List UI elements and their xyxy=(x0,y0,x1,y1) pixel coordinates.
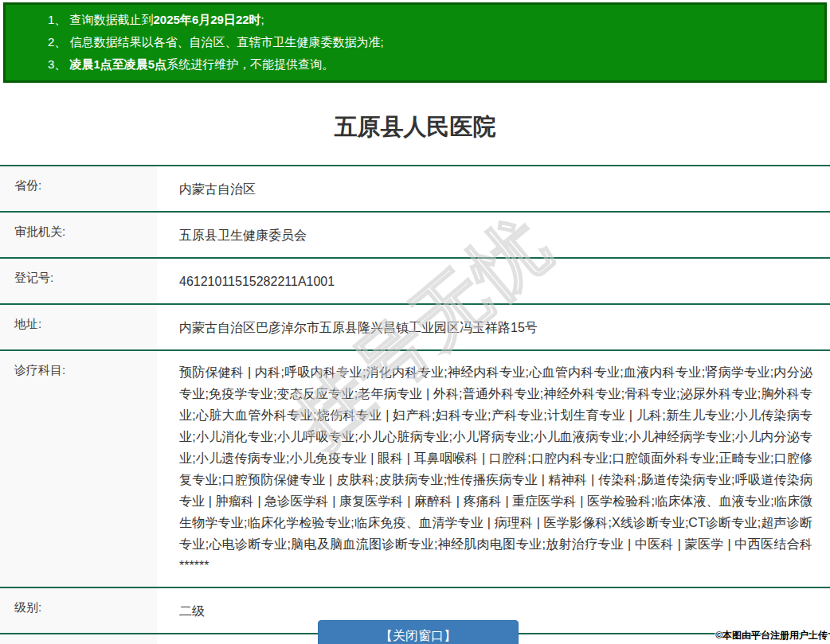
row-label: 省份: xyxy=(0,166,157,211)
hospital-detail-page: 1、 查询数据截止到2025年6月29日22时; 2、 信息数据结果以各省、自治… xyxy=(0,2,830,644)
notice-text: 3、 xyxy=(48,57,70,71)
row-value: 预防保健科 | 内科;呼吸内科专业;消化内科专业;神经内科专业;心血管内科专业;… xyxy=(157,351,830,587)
close-window-button[interactable]: 【关闭窗口】 xyxy=(318,620,519,644)
image-source-note: ©本图由平台注册用户上传 xyxy=(715,629,828,642)
notice-bold-text: 2025年6月29日22时 xyxy=(154,13,261,26)
info-table: 省份: 内蒙古自治区 审批机关: 五原县卫生健康委员会 登记号: 4612101… xyxy=(0,165,830,644)
notice-bold-text: 凌晨1点至凌晨5点 xyxy=(70,57,167,71)
row-label: 审批机关: xyxy=(0,213,157,257)
row-value: 内蒙古自治区 xyxy=(157,166,830,211)
row-label: 级别: xyxy=(0,588,157,633)
table-row-province: 省份: 内蒙古自治区 xyxy=(0,165,830,211)
table-row-approval-authority: 审批机关: 五原县卫生健康委员会 xyxy=(0,211,830,257)
notice-banner: 1、 查询数据截止到2025年6月29日22时; 2、 信息数据结果以各省、自治… xyxy=(3,2,827,83)
table-row-address: 地址: 内蒙古自治区巴彦淖尔市五原县隆兴昌镇工业园区冯玉祥路15号 xyxy=(0,303,830,349)
notice-line-3: 3、 凌晨1点至凌晨5点系统进行维护，不能提供查询。 xyxy=(48,53,808,76)
notice-line-2: 2、 信息数据结果以各省、自治区、直辖市卫生健康委数据为准; xyxy=(48,31,808,53)
notice-text: 1、 查询数据截止到 xyxy=(48,13,154,26)
notice-text: 系统进行维护，不能提供查询。 xyxy=(166,57,334,71)
notice-text: ; xyxy=(261,13,264,26)
row-value: 46121011515282211A1001 xyxy=(157,259,830,303)
page-title: 五原县人民医院 xyxy=(0,111,830,143)
row-label: 法定代表人: xyxy=(0,634,157,644)
row-value: 内蒙古自治区巴彦淖尔市五原县隆兴昌镇工业园区冯玉祥路15号 xyxy=(157,305,830,349)
table-row-registration-number: 登记号: 46121011515282211A1001 xyxy=(0,257,830,303)
notice-text: 2、 信息数据结果以各省、自治区、直辖市卫生健康委数据为准; xyxy=(48,35,384,49)
row-label: 诊疗科目: xyxy=(0,351,157,587)
table-row-medical-departments: 诊疗科目: 预防保健科 | 内科;呼吸内科专业;消化内科专业;神经内科专业;心血… xyxy=(0,349,830,587)
row-label: 登记号: xyxy=(0,259,157,303)
row-label: 地址: xyxy=(0,305,157,349)
row-value: 五原县卫生健康委员会 xyxy=(157,213,830,257)
notice-line-1: 1、 查询数据截止到2025年6月29日22时; xyxy=(48,9,808,31)
